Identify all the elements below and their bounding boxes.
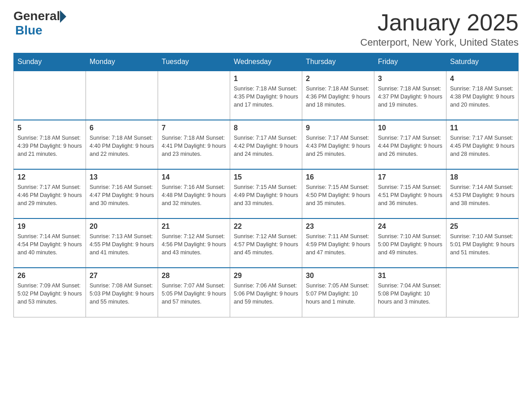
table-row: [446, 268, 519, 317]
table-row: 1Sunrise: 7:18 AM Sunset: 4:35 PM Daylig…: [230, 71, 302, 120]
table-row: 18Sunrise: 7:14 AM Sunset: 4:53 PM Dayli…: [446, 169, 519, 218]
day-number: 12: [17, 173, 82, 181]
day-number: 15: [234, 173, 298, 181]
header-thursday: Thursday: [302, 53, 374, 71]
day-number: 5: [17, 124, 82, 132]
table-row: 15Sunrise: 7:15 AM Sunset: 4:49 PM Dayli…: [230, 169, 302, 218]
table-row: 21Sunrise: 7:12 AM Sunset: 4:56 PM Dayli…: [158, 218, 230, 268]
location-title: Centerport, New York, United States: [360, 37, 519, 48]
calendar-row-0: 1Sunrise: 7:18 AM Sunset: 4:35 PM Daylig…: [14, 71, 519, 120]
day-info: Sunrise: 7:14 AM Sunset: 4:53 PM Dayligh…: [450, 183, 515, 207]
table-row: [86, 71, 158, 120]
logo-general-text: General: [13, 9, 60, 23]
calendar-row-2: 12Sunrise: 7:17 AM Sunset: 4:46 PM Dayli…: [14, 169, 519, 218]
day-number: 30: [306, 272, 370, 280]
header-friday: Friday: [374, 53, 446, 71]
table-row: 31Sunrise: 7:04 AM Sunset: 5:08 PM Dayli…: [374, 268, 446, 317]
table-row: 23Sunrise: 7:11 AM Sunset: 4:59 PM Dayli…: [302, 218, 374, 268]
calendar-row-3: 19Sunrise: 7:14 AM Sunset: 4:54 PM Dayli…: [14, 218, 519, 268]
table-row: 11Sunrise: 7:17 AM Sunset: 4:45 PM Dayli…: [446, 120, 519, 169]
table-row: 9Sunrise: 7:17 AM Sunset: 4:43 PM Daylig…: [302, 120, 374, 169]
day-number: 25: [450, 223, 515, 231]
day-number: 8: [234, 124, 298, 132]
day-info: Sunrise: 7:12 AM Sunset: 4:57 PM Dayligh…: [234, 232, 298, 257]
day-info: Sunrise: 7:18 AM Sunset: 4:38 PM Dayligh…: [450, 85, 515, 109]
day-number: 7: [162, 124, 226, 132]
table-row: 20Sunrise: 7:13 AM Sunset: 4:55 PM Dayli…: [86, 218, 158, 268]
day-number: 6: [90, 124, 154, 132]
table-row: 6Sunrise: 7:18 AM Sunset: 4:40 PM Daylig…: [86, 120, 158, 169]
day-info: Sunrise: 7:14 AM Sunset: 4:54 PM Dayligh…: [17, 232, 82, 257]
day-info: Sunrise: 7:18 AM Sunset: 4:36 PM Dayligh…: [306, 85, 370, 109]
header-sunday: Sunday: [14, 53, 86, 71]
day-number: 24: [378, 223, 442, 231]
day-info: Sunrise: 7:18 AM Sunset: 4:35 PM Dayligh…: [234, 85, 298, 109]
header-tuesday: Tuesday: [158, 53, 230, 71]
day-info: Sunrise: 7:08 AM Sunset: 5:03 PM Dayligh…: [90, 282, 154, 306]
logo-arrow-icon: [60, 10, 66, 23]
day-info: Sunrise: 7:17 AM Sunset: 4:44 PM Dayligh…: [378, 134, 442, 158]
table-row: 30Sunrise: 7:05 AM Sunset: 5:07 PM Dayli…: [302, 268, 374, 317]
logo-blue-text: Blue: [15, 23, 66, 38]
day-number: 22: [234, 223, 298, 231]
day-number: 13: [90, 173, 154, 181]
table-row: [14, 71, 86, 120]
table-row: 22Sunrise: 7:12 AM Sunset: 4:57 PM Dayli…: [230, 218, 302, 268]
table-row: 16Sunrise: 7:15 AM Sunset: 4:50 PM Dayli…: [302, 169, 374, 218]
day-info: Sunrise: 7:15 AM Sunset: 4:49 PM Dayligh…: [234, 183, 298, 207]
day-info: Sunrise: 7:12 AM Sunset: 4:56 PM Dayligh…: [162, 232, 226, 257]
day-number: 9: [306, 124, 370, 132]
day-info: Sunrise: 7:17 AM Sunset: 4:45 PM Dayligh…: [450, 134, 515, 158]
table-row: 29Sunrise: 7:06 AM Sunset: 5:06 PM Dayli…: [230, 268, 302, 317]
day-info: Sunrise: 7:15 AM Sunset: 4:51 PM Dayligh…: [378, 183, 442, 207]
day-number: 29: [234, 272, 298, 280]
day-info: Sunrise: 7:04 AM Sunset: 5:08 PM Dayligh…: [378, 282, 442, 306]
table-row: 28Sunrise: 7:07 AM Sunset: 5:05 PM Dayli…: [158, 268, 230, 317]
table-row: 24Sunrise: 7:10 AM Sunset: 5:00 PM Dayli…: [374, 218, 446, 268]
table-row: 13Sunrise: 7:16 AM Sunset: 4:47 PM Dayli…: [86, 169, 158, 218]
day-info: Sunrise: 7:15 AM Sunset: 4:50 PM Dayligh…: [306, 183, 370, 207]
day-number: 16: [306, 173, 370, 181]
day-info: Sunrise: 7:05 AM Sunset: 5:07 PM Dayligh…: [306, 282, 370, 306]
month-title: January 2025: [360, 9, 519, 36]
table-row: 27Sunrise: 7:08 AM Sunset: 5:03 PM Dayli…: [86, 268, 158, 317]
day-number: 23: [306, 223, 370, 231]
day-number: 4: [450, 75, 515, 83]
calendar-row-4: 26Sunrise: 7:09 AM Sunset: 5:02 PM Dayli…: [14, 268, 519, 317]
table-row: 25Sunrise: 7:10 AM Sunset: 5:01 PM Dayli…: [446, 218, 519, 268]
table-row: 8Sunrise: 7:17 AM Sunset: 4:42 PM Daylig…: [230, 120, 302, 169]
table-row: 4Sunrise: 7:18 AM Sunset: 4:38 PM Daylig…: [446, 71, 519, 120]
day-info: Sunrise: 7:18 AM Sunset: 4:41 PM Dayligh…: [162, 134, 226, 158]
day-info: Sunrise: 7:17 AM Sunset: 4:42 PM Dayligh…: [234, 134, 298, 158]
day-number: 28: [162, 272, 226, 280]
calendar-row-1: 5Sunrise: 7:18 AM Sunset: 4:39 PM Daylig…: [14, 120, 519, 169]
day-number: 11: [450, 124, 515, 132]
day-info: Sunrise: 7:17 AM Sunset: 4:46 PM Dayligh…: [17, 183, 82, 207]
day-number: 31: [378, 272, 442, 280]
day-number: 21: [162, 223, 226, 231]
day-info: Sunrise: 7:16 AM Sunset: 4:48 PM Dayligh…: [162, 183, 226, 207]
header-monday: Monday: [86, 53, 158, 71]
day-info: Sunrise: 7:11 AM Sunset: 4:59 PM Dayligh…: [306, 232, 370, 257]
day-number: 18: [450, 173, 515, 181]
day-info: Sunrise: 7:18 AM Sunset: 4:37 PM Dayligh…: [378, 85, 442, 109]
day-number: 2: [306, 75, 370, 83]
table-row: 12Sunrise: 7:17 AM Sunset: 4:46 PM Dayli…: [14, 169, 86, 218]
table-row: 26Sunrise: 7:09 AM Sunset: 5:02 PM Dayli…: [14, 268, 86, 317]
table-row: 2Sunrise: 7:18 AM Sunset: 4:36 PM Daylig…: [302, 71, 374, 120]
header-wednesday: Wednesday: [230, 53, 302, 71]
day-info: Sunrise: 7:13 AM Sunset: 4:55 PM Dayligh…: [90, 232, 154, 257]
page-header: General Blue January 2025 Centerport, Ne…: [13, 9, 519, 48]
day-info: Sunrise: 7:10 AM Sunset: 5:00 PM Dayligh…: [378, 232, 442, 257]
table-row: 10Sunrise: 7:17 AM Sunset: 4:44 PM Dayli…: [374, 120, 446, 169]
table-row: [158, 71, 230, 120]
day-info: Sunrise: 7:10 AM Sunset: 5:01 PM Dayligh…: [450, 232, 515, 257]
logo: General Blue: [13, 9, 66, 38]
day-number: 19: [17, 223, 82, 231]
day-number: 14: [162, 173, 226, 181]
day-info: Sunrise: 7:09 AM Sunset: 5:02 PM Dayligh…: [17, 282, 82, 306]
day-number: 3: [378, 75, 442, 83]
day-number: 26: [17, 272, 82, 280]
day-number: 27: [90, 272, 154, 280]
table-row: 19Sunrise: 7:14 AM Sunset: 4:54 PM Dayli…: [14, 218, 86, 268]
